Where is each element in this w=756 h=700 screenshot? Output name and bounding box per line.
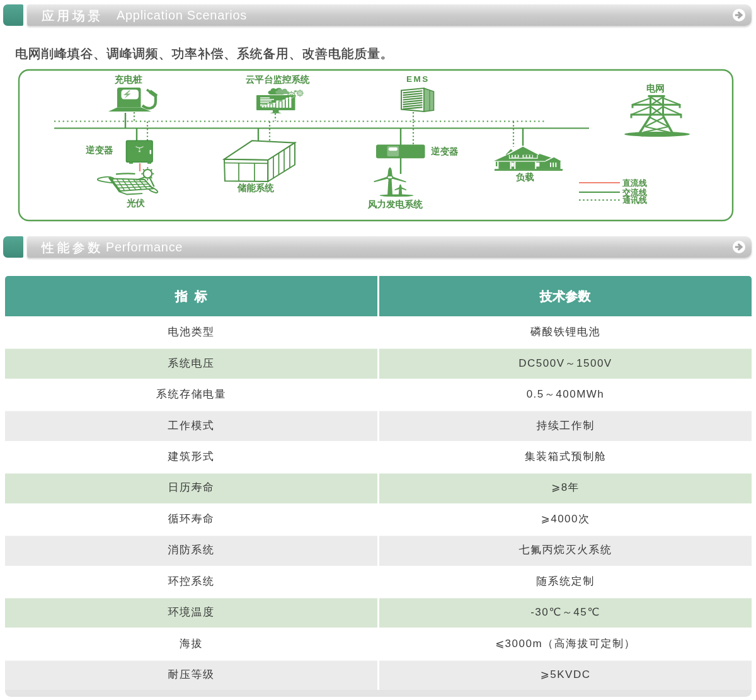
svg-text:直流线: 直流线 <box>622 178 647 188</box>
svg-text:逆变器: 逆变器 <box>86 145 113 155</box>
svg-text:光伏: 光伏 <box>126 198 146 208</box>
svg-text:储能系统: 储能系统 <box>237 183 275 193</box>
svg-text:通讯线: 通讯线 <box>622 195 647 205</box>
svg-text:充电桩: 充电桩 <box>114 74 142 84</box>
svg-text:逆变器: 逆变器 <box>431 146 459 156</box>
svg-text:电网: 电网 <box>646 83 665 93</box>
svg-text:风力发电系统: 风力发电系统 <box>367 199 423 209</box>
svg-text:负载: 负载 <box>515 172 534 182</box>
svg-text:EMS: EMS <box>406 74 430 84</box>
svg-text:云平台监控系统: 云平台监控系统 <box>246 74 310 84</box>
